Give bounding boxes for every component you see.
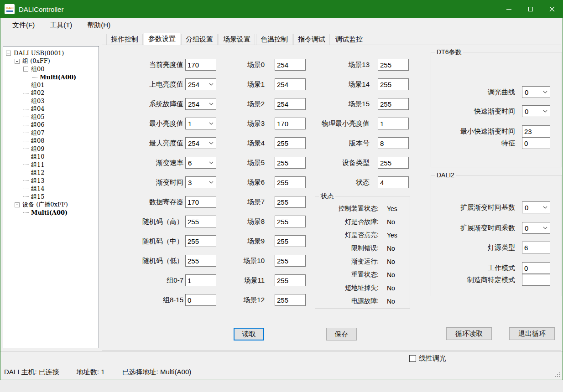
loop-read-button[interactable]: 循环读取 bbox=[446, 327, 492, 340]
tree-item[interactable]: 组01 bbox=[3, 81, 99, 89]
param-combobox[interactable]: 3 bbox=[185, 176, 216, 188]
param-input[interactable] bbox=[378, 98, 409, 110]
param-input[interactable] bbox=[378, 137, 409, 149]
param-input[interactable] bbox=[275, 216, 306, 227]
tab[interactable]: 指令调试 bbox=[293, 34, 330, 45]
param-row: 场景2 bbox=[234, 98, 306, 110]
tree-item-label: 组09 bbox=[31, 145, 45, 153]
param-row: 状态 bbox=[316, 176, 409, 188]
exit-loop-button[interactable]: 退出循环 bbox=[509, 327, 555, 340]
param-combobox[interactable]: 254 bbox=[185, 78, 216, 90]
status-value: No bbox=[387, 245, 403, 252]
device-tree[interactable]: DALI USB(0001) 组 (0xFF) 组00 Multi(A00) 组… bbox=[3, 46, 99, 348]
param-input[interactable] bbox=[185, 255, 216, 267]
close-button[interactable] bbox=[541, 0, 563, 18]
tree-item[interactable]: 组12 bbox=[3, 169, 99, 177]
tab[interactable]: 调试监控 bbox=[331, 34, 367, 45]
tree-item[interactable]: 组15 bbox=[3, 193, 99, 201]
resize-grip[interactable] bbox=[555, 372, 561, 378]
tree-item[interactable]: 组13 bbox=[3, 177, 99, 185]
linear-dimming-checkbox-group[interactable]: 线性调光 bbox=[409, 354, 446, 363]
param-combobox[interactable]: 254 bbox=[185, 98, 216, 110]
param-combobox[interactable]: 0 bbox=[522, 105, 550, 117]
tree-item[interactable]: 组02 bbox=[3, 89, 99, 98]
tree-item[interactable]: 组11 bbox=[3, 161, 99, 169]
param-input[interactable] bbox=[378, 78, 409, 90]
tab[interactable]: 分组设置 bbox=[181, 34, 218, 45]
tree-item[interactable]: 组04 bbox=[3, 105, 99, 113]
param-input[interactable] bbox=[185, 59, 216, 71]
menu-item[interactable]: 文件(F) bbox=[11, 20, 36, 31]
param-row: 场景15 bbox=[316, 98, 409, 110]
tree-item[interactable]: 设备 (广播0xFF) bbox=[3, 201, 99, 209]
close-icon bbox=[549, 6, 555, 12]
param-input[interactable] bbox=[275, 235, 306, 247]
param-input[interactable] bbox=[378, 176, 409, 188]
param-input[interactable] bbox=[275, 274, 306, 286]
param-input[interactable] bbox=[522, 125, 550, 137]
param-input[interactable] bbox=[275, 59, 306, 71]
param-input[interactable] bbox=[275, 78, 306, 90]
menu-item[interactable]: 帮助(H) bbox=[86, 20, 111, 31]
checkbox-unchecked-icon[interactable] bbox=[409, 355, 416, 362]
menu-item[interactable]: 工具(T) bbox=[49, 20, 73, 31]
param-input[interactable] bbox=[185, 235, 216, 247]
param-input[interactable] bbox=[275, 157, 306, 169]
param-input[interactable] bbox=[275, 176, 306, 188]
param-input[interactable] bbox=[185, 294, 216, 306]
param-input[interactable] bbox=[185, 196, 216, 208]
param-input[interactable] bbox=[275, 294, 306, 306]
param-input[interactable] bbox=[275, 98, 306, 110]
param-input[interactable] bbox=[522, 274, 550, 286]
tree-item[interactable]: 组06 bbox=[3, 121, 99, 129]
tree-item[interactable]: 组03 bbox=[3, 97, 99, 105]
tab[interactable]: 场景设置 bbox=[219, 34, 255, 45]
tree-collapse-icon[interactable] bbox=[15, 59, 20, 64]
tree-item[interactable]: Multi(A00) bbox=[3, 209, 99, 217]
tree-item[interactable]: 组10 bbox=[3, 153, 99, 161]
tree-collapse-icon[interactable] bbox=[6, 51, 11, 56]
param-label: 上电亮度值 bbox=[132, 80, 183, 89]
tree-item[interactable]: 组00 bbox=[3, 65, 99, 73]
tree-collapse-icon[interactable] bbox=[23, 67, 28, 72]
save-button[interactable]: 保存 bbox=[326, 328, 357, 340]
tree-connector bbox=[23, 133, 29, 133]
tree-item[interactable]: Multi(A00) bbox=[3, 73, 99, 82]
param-input[interactable] bbox=[522, 137, 550, 149]
tree-item-label: 组06 bbox=[31, 121, 45, 129]
param-combobox[interactable]: 1 bbox=[185, 118, 216, 129]
minimize-button[interactable] bbox=[498, 0, 520, 18]
maximize-button[interactable] bbox=[520, 0, 541, 18]
param-label: 场景1 bbox=[234, 80, 265, 89]
tab[interactable]: 参数设置 bbox=[144, 33, 180, 45]
param-combobox[interactable]: 254 bbox=[185, 137, 216, 149]
param-combobox[interactable]: 0 bbox=[522, 222, 550, 234]
tree-collapse-icon[interactable] bbox=[15, 202, 20, 207]
tree-item[interactable]: DALI USB(0001) bbox=[3, 49, 99, 57]
tree-item[interactable]: 组07 bbox=[3, 129, 99, 137]
param-input[interactable] bbox=[522, 242, 550, 253]
tree-item[interactable]: 组 (0xFF) bbox=[3, 57, 99, 66]
param-combobox[interactable]: 0 bbox=[522, 201, 550, 213]
tree-connector bbox=[23, 125, 29, 125]
param-combobox[interactable]: 6 bbox=[185, 157, 216, 169]
param-input[interactable] bbox=[275, 255, 306, 267]
tree-item[interactable]: 组09 bbox=[3, 145, 99, 153]
param-input[interactable] bbox=[522, 262, 550, 274]
tree-item[interactable]: 组08 bbox=[3, 137, 99, 145]
param-input[interactable] bbox=[275, 196, 306, 208]
param-combobox[interactable]: 0 bbox=[522, 86, 550, 98]
param-input[interactable] bbox=[378, 59, 409, 71]
tree-item[interactable]: 组14 bbox=[3, 185, 99, 193]
param-input[interactable] bbox=[275, 118, 306, 129]
tab[interactable]: 色温控制 bbox=[256, 34, 292, 45]
tab[interactable]: 操作控制 bbox=[106, 34, 143, 45]
param-input[interactable] bbox=[185, 274, 216, 286]
param-input[interactable] bbox=[275, 137, 306, 149]
param-label: 设备类型 bbox=[316, 159, 370, 167]
tree-item[interactable]: 组05 bbox=[3, 113, 99, 121]
param-input[interactable] bbox=[185, 216, 216, 227]
param-input[interactable] bbox=[378, 157, 409, 169]
param-input[interactable] bbox=[378, 118, 409, 129]
read-button[interactable]: 读取 bbox=[234, 328, 264, 340]
